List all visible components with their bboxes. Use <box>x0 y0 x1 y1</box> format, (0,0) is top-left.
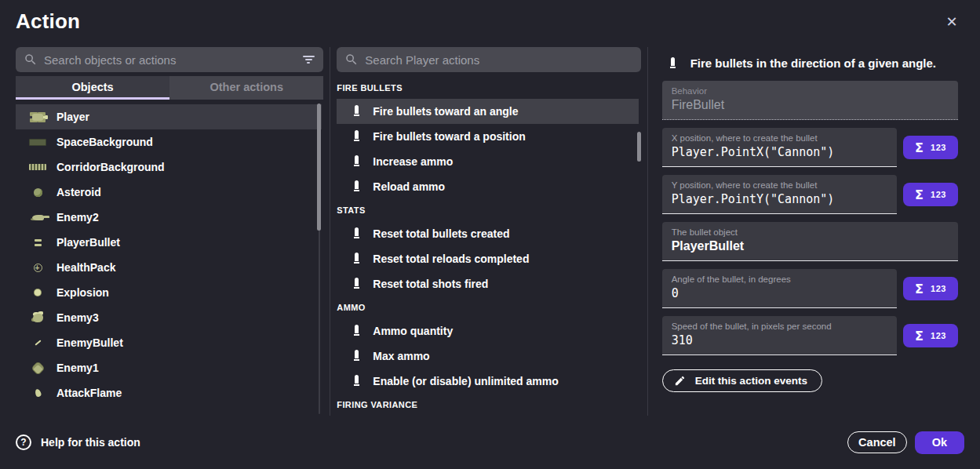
numbers-icon: 123 <box>931 284 946 293</box>
actions-scrollbar-thumb[interactable] <box>637 132 641 162</box>
object-row-enemy1[interactable]: Enemy1 <box>16 355 322 380</box>
filter-icon[interactable] <box>301 53 315 67</box>
field-value: 0 <box>672 286 887 301</box>
object-label: Explosion <box>56 286 109 299</box>
action-row-ammo-quantity[interactable]: Ammo quantity <box>337 318 639 344</box>
action-row-increase-ammo[interactable]: Increase ammo <box>337 149 639 174</box>
object-label: SpaceBackground <box>56 136 153 148</box>
object-row-enemy3[interactable]: Enemy3 <box>16 305 322 330</box>
bullet-icon <box>354 325 360 337</box>
object-row-corridorbackground[interactable]: CorridorBackground <box>16 155 322 180</box>
sigma-icon: Σ <box>915 187 924 202</box>
tab-other-actions[interactable]: Other actions <box>169 76 323 100</box>
dialog-footer: ? Help for this action Cancel Ok <box>0 416 980 469</box>
behavior-field: Behavior FireBullet <box>662 81 958 120</box>
object-label: Enemy2 <box>56 211 99 224</box>
objects-scrollbar-thumb[interactable] <box>317 104 321 231</box>
bullet-icon <box>354 180 360 193</box>
field-value: Player.PointY("Cannon") <box>672 192 887 207</box>
object-row-enemy2[interactable]: Enemy2 <box>16 205 322 230</box>
action-label: Enable (or disable) unlimited ammo <box>373 375 558 387</box>
player-bullet-icon <box>28 234 47 250</box>
expression-editor-button[interactable]: Σ 123 <box>903 277 958 300</box>
expression-editor-button[interactable]: Σ 123 <box>903 324 958 347</box>
explosion-icon <box>28 285 47 300</box>
group-header-ammo: AMMO <box>337 296 640 318</box>
action-row-reset-bullets-created[interactable]: Reset total bullets created <box>337 221 639 246</box>
panel-divider <box>330 47 330 416</box>
pencil-icon <box>674 375 686 387</box>
edit-button-label: Edit this action events <box>695 375 807 387</box>
speed-field[interactable]: Speed of the bullet, in pixels per secon… <box>662 316 897 355</box>
enemy1-icon <box>28 360 47 376</box>
actions-list: FIRE BULLETS Fire bullets toward an angl… <box>337 75 640 416</box>
help-link[interactable]: ? Help for this action <box>16 434 140 450</box>
question-mark-icon: ? <box>16 434 31 450</box>
asteroid-icon <box>28 184 47 200</box>
page-title: Action <box>16 9 80 34</box>
y-position-field[interactable]: Y position, where to create the bullet P… <box>662 175 897 214</box>
expression-editor-button[interactable]: Σ 123 <box>903 136 958 159</box>
object-row-asteroid[interactable]: Asteroid <box>16 180 322 205</box>
cancel-button[interactable]: Cancel <box>847 431 907 453</box>
object-label: PlayerBullet <box>56 236 120 249</box>
sigma-icon: Σ <box>915 329 924 344</box>
help-label: Help for this action <box>41 436 140 449</box>
action-config-panel: Fire bullets in the direction of a given… <box>662 47 964 416</box>
action-row-fire-bullets-angle[interactable]: Fire bullets toward an angle <box>337 99 639 124</box>
field-label: Y position, where to create the bullet <box>672 180 887 190</box>
action-dialog-body: Objects Other actions Player SpaceBackgr… <box>16 47 964 416</box>
bullet-object-field[interactable]: The bullet object PlayerBullet <box>662 222 958 261</box>
bullet-icon <box>354 375 360 387</box>
field-value: 310 <box>672 333 887 348</box>
object-row-playerbullet[interactable]: PlayerBullet <box>16 230 322 255</box>
actions-search[interactable] <box>337 47 640 72</box>
close-icon[interactable]: ✕ <box>942 13 961 31</box>
behavior-row: Behavior FireBullet <box>662 81 958 120</box>
objects-search-input[interactable] <box>44 53 295 67</box>
action-row-reset-reloads-completed[interactable]: Reset total reloads completed <box>337 246 639 271</box>
field-value: FireBullet <box>672 98 949 113</box>
object-row-player[interactable]: Player <box>16 104 322 129</box>
bullet-icon <box>354 278 360 290</box>
field-label: X position, where to create the bullet <box>672 133 887 143</box>
expression-editor-button[interactable]: Σ 123 <box>903 183 958 206</box>
field-label: The bullet object <box>672 227 949 237</box>
actions-search-input[interactable] <box>365 53 632 67</box>
angle-row: Angle of the bullet, in degrees 0 Σ 123 <box>662 269 958 308</box>
ok-button[interactable]: Ok <box>915 431 964 454</box>
bullet-icon <box>670 57 676 70</box>
group-header-firing-variance: FIRING VARIANCE <box>337 394 640 416</box>
angle-field[interactable]: Angle of the bullet, in degrees 0 <box>662 269 897 308</box>
action-row-fire-bullets-position[interactable]: Fire bullets toward a position <box>337 124 639 149</box>
action-label: Fire bullets toward a position <box>373 130 525 143</box>
action-description-row: Fire bullets in the direction of a given… <box>662 47 958 81</box>
objects-search[interactable] <box>16 47 323 72</box>
search-icon <box>344 53 359 67</box>
object-row-enemybullet[interactable]: EnemyBullet <box>16 330 322 355</box>
object-row-explosion[interactable]: Explosion <box>16 280 322 305</box>
objects-panel: Objects Other actions Player SpaceBackgr… <box>16 47 323 416</box>
action-label: Reset total reloads completed <box>373 253 529 265</box>
action-row-max-ammo[interactable]: Max ammo <box>337 344 639 369</box>
x-position-field[interactable]: X position, where to create the bullet P… <box>662 128 897 167</box>
x-position-row: X position, where to create the bullet P… <box>662 128 958 167</box>
bullet-icon <box>354 253 360 265</box>
action-row-reload-ammo[interactable]: Reload ammo <box>337 174 639 199</box>
field-label: Behavior <box>672 86 949 96</box>
object-label: Player <box>56 111 89 123</box>
bullet-icon <box>354 155 360 168</box>
object-tabs: Objects Other actions <box>16 76 323 100</box>
object-row-attackflame[interactable]: AttackFlame <box>16 380 322 405</box>
corridor-background-icon <box>28 159 47 175</box>
numbers-icon: 123 <box>931 190 946 199</box>
object-row-healthpack[interactable]: HealthPack <box>16 255 322 280</box>
search-icon <box>24 53 38 67</box>
action-row-unlimited-ammo[interactable]: Enable (or disable) unlimited ammo <box>337 369 639 394</box>
bullet-icon <box>354 105 360 118</box>
action-row-reset-shots-fired[interactable]: Reset total shots fired <box>337 271 639 296</box>
object-label: AttackFlame <box>56 387 122 399</box>
edit-action-events-button[interactable]: Edit this action events <box>662 369 822 392</box>
tab-objects[interactable]: Objects <box>16 76 169 100</box>
object-row-spacebackground[interactable]: SpaceBackground <box>16 129 322 155</box>
